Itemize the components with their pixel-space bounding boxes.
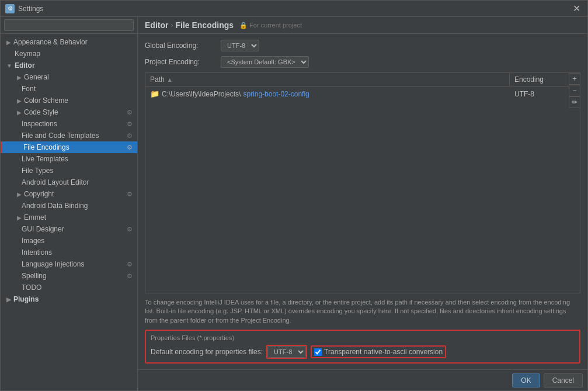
ok-button[interactable]: OK — [512, 373, 540, 387]
sidebar-item-label: Spelling — [22, 272, 47, 280]
cancel-button[interactable]: Cancel — [544, 373, 583, 387]
sidebar-item-label: Inspections — [22, 120, 57, 128]
sort-arrow-icon: ▲ — [167, 77, 173, 83]
sidebar-item-intentions[interactable]: Intentions — [1, 247, 137, 258]
breadcrumb: Editor › File Encodings 🔒 For current pr… — [138, 17, 587, 34]
sidebar-item-guidesigner[interactable]: GUI Designer ⚙ — [1, 223, 137, 235]
sidebar-list: ▶ Appearance & Behavior Keymap ▼ Editor … — [1, 34, 137, 390]
sidebar-item-languageinjections[interactable]: Language Injections ⚙ — [1, 258, 137, 270]
sidebar-item-label: Live Templates — [22, 155, 68, 163]
sidebar-search-area — [1, 17, 137, 34]
settings-icon: ⚙ — [127, 120, 133, 128]
description-text: To change encoding IntelliJ IDEA uses fo… — [145, 298, 580, 325]
settings-window: ⚙ Settings ✕ ▶ Appearance & Behavior Key… — [0, 0, 588, 391]
sidebar-item-images[interactable]: Images — [1, 235, 137, 247]
arrow-icon: ▶ — [6, 296, 11, 303]
sidebar-item-general[interactable]: ▶ General — [1, 71, 137, 83]
sidebar-item-label: Editor — [15, 61, 35, 70]
path-prefix: C:\Users\lfy\IdeaProjects\ — [162, 90, 241, 98]
arrow-icon: ▶ — [17, 74, 22, 81]
breadcrumb-fileencodings: File Encodings — [175, 20, 234, 30]
edit-row-button[interactable]: ✏ — [569, 96, 580, 108]
title-bar: ⚙ Settings ✕ — [1, 1, 587, 17]
breadcrumb-sub: 🔒 For current project — [239, 22, 302, 29]
table-row[interactable]: 📁 C:\Users\lfy\IdeaProjects\spring-boot-… — [145, 86, 580, 101]
footer: OK Cancel — [138, 369, 587, 390]
close-button[interactable]: ✕ — [570, 3, 583, 14]
sidebar-item-inspections[interactable]: Inspections ⚙ — [1, 118, 137, 130]
sidebar-item-label: Android Layout Editor — [22, 178, 89, 186]
arrow-icon: ▶ — [17, 191, 22, 198]
sidebar: ▶ Appearance & Behavior Keymap ▼ Editor … — [1, 17, 138, 390]
properties-row: Default encoding for properties files: U… — [151, 345, 575, 359]
sidebar-item-copyright[interactable]: ▶ Copyright ⚙ — [1, 188, 137, 200]
app-icon: ⚙ — [5, 4, 15, 13]
checkbox-label: Transparent native-to-ascii conversion — [324, 348, 443, 356]
settings-icon: ⚙ — [127, 272, 133, 280]
sidebar-item-label: Language Injections — [22, 260, 84, 268]
add-row-button[interactable]: + — [569, 73, 580, 85]
settings-icon: ⚙ — [127, 226, 133, 233]
panel-content: Global Encoding: UTF-8 Project Encoding:… — [138, 34, 587, 369]
sidebar-item-label: Code Style — [24, 108, 58, 116]
window-title: Settings — [18, 5, 570, 13]
sidebar-item-codestyle[interactable]: ▶ Code Style ⚙ — [1, 106, 137, 118]
arrow-icon: ▶ — [17, 109, 22, 116]
project-encoding-label: Project Encoding: — [145, 58, 221, 66]
native-ascii-checkbox[interactable] — [314, 348, 322, 356]
encodings-table: Path ▲ Encoding 📁 C:\Users\lfy\IdeaProje… — [145, 72, 580, 293]
sidebar-item-label: General — [24, 73, 49, 81]
sidebar-item-label: Images — [22, 237, 44, 245]
path-name: spring-boot-02-config — [243, 90, 309, 98]
sidebar-item-colorscheme[interactable]: ▶ Color Scheme — [1, 95, 137, 106]
sidebar-item-fileencodings[interactable]: File Encodings ⚙ — [1, 141, 137, 153]
sidebar-item-label: Appearance & Behavior — [13, 38, 88, 46]
global-encoding-select[interactable]: UTF-8 — [221, 40, 259, 51]
arrow-icon: ▶ — [17, 214, 22, 221]
sidebar-item-filetypes[interactable]: File Types — [1, 165, 137, 177]
properties-section: Properties Files (*.properties) Default … — [145, 330, 580, 364]
sidebar-item-filecodetemplates[interactable]: File and Code Templates ⚙ — [1, 130, 137, 141]
project-encoding-row: Project Encoding: <System Default: GBK> — [145, 56, 580, 68]
sidebar-item-appearance[interactable]: ▶ Appearance & Behavior — [1, 36, 137, 48]
sidebar-item-label: Keymap — [15, 50, 40, 58]
settings-icon: ⚙ — [127, 132, 133, 140]
sidebar-item-font[interactable]: Font — [1, 83, 137, 95]
sidebar-item-label: File Encodings — [23, 143, 69, 151]
folder-icon: 📁 — [150, 89, 159, 98]
checkbox-wrapper: Transparent native-to-ascii conversion — [311, 345, 446, 358]
table-header: Path ▲ Encoding — [145, 73, 580, 86]
project-encoding-select[interactable]: <System Default: GBK> — [221, 56, 309, 68]
sidebar-item-livetemplates[interactable]: Live Templates — [1, 153, 137, 165]
sidebar-item-todo[interactable]: TODO — [1, 282, 137, 293]
arrow-icon: ▼ — [6, 63, 12, 69]
sidebar-item-label: Copyright — [24, 190, 54, 198]
sidebar-item-androidlayout[interactable]: Android Layout Editor — [1, 177, 137, 188]
settings-icon: ⚙ — [127, 191, 133, 198]
sidebar-item-plugins[interactable]: ▶ Plugins — [1, 293, 137, 305]
sidebar-item-label: Font — [22, 85, 36, 93]
remove-row-button[interactable]: − — [569, 85, 580, 96]
path-column-header[interactable]: Path ▲ — [145, 73, 510, 86]
sidebar-item-editor[interactable]: ▼ Editor — [1, 60, 137, 71]
sidebar-item-androiddatabinding[interactable]: Android Data Binding — [1, 200, 137, 212]
sidebar-item-emmet[interactable]: ▶ Emmet — [1, 212, 137, 223]
sidebar-item-label: Color Scheme — [24, 96, 68, 105]
path-cell: 📁 C:\Users\lfy\IdeaProjects\spring-boot-… — [145, 88, 510, 100]
settings-icon: ⚙ — [127, 109, 133, 116]
properties-encoding-select[interactable]: UTF-8 — [267, 346, 306, 358]
sidebar-item-label: File and Code Templates — [22, 132, 99, 140]
sidebar-item-label: File Types — [22, 167, 53, 175]
sidebar-item-label: Intentions — [22, 248, 52, 257]
sidebar-item-label: Android Data Binding — [22, 202, 88, 210]
properties-title: Properties Files (*.properties) — [151, 334, 575, 341]
settings-icon: ⚙ — [127, 261, 133, 268]
arrow-icon: ▶ — [6, 39, 11, 46]
sidebar-item-keymap[interactable]: Keymap — [1, 48, 137, 60]
arrow-icon: ▶ — [17, 98, 22, 104]
sidebar-item-label: Emmet — [24, 213, 46, 222]
sidebar-item-spelling[interactable]: Spelling ⚙ — [1, 270, 137, 282]
sidebar-item-label: GUI Designer — [22, 225, 64, 233]
sidebar-search-input[interactable] — [4, 19, 134, 31]
breadcrumb-editor: Editor — [145, 20, 168, 30]
